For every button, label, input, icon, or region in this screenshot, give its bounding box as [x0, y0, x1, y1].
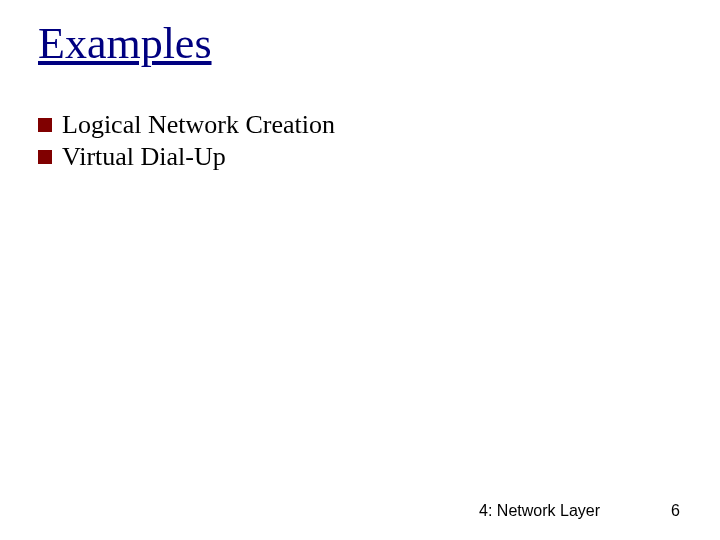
list-item: Virtual Dial-Up: [38, 142, 335, 172]
footer-page-number: 6: [671, 502, 680, 520]
bullet-text: Virtual Dial-Up: [62, 142, 226, 172]
bullet-list: Logical Network Creation Virtual Dial-Up: [38, 110, 335, 174]
slide: Examples Logical Network Creation Virtua…: [0, 0, 720, 540]
bullet-icon: [38, 150, 52, 164]
footer-label: 4: Network Layer: [479, 502, 600, 520]
bullet-text: Logical Network Creation: [62, 110, 335, 140]
list-item: Logical Network Creation: [38, 110, 335, 140]
slide-title: Examples: [38, 18, 212, 69]
bullet-icon: [38, 118, 52, 132]
